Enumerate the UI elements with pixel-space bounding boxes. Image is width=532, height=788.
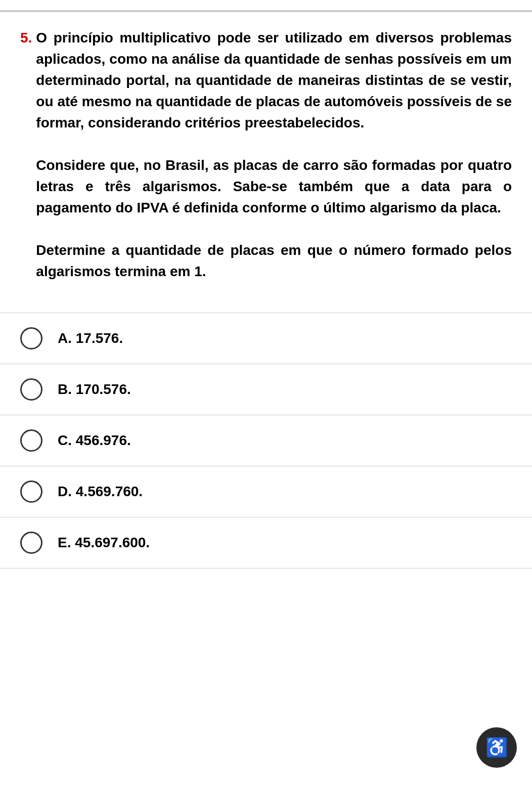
radio-b[interactable] xyxy=(20,378,42,401)
option-e[interactable]: E. 45.697.600. xyxy=(0,517,532,568)
option-b-label: B. 170.576. xyxy=(58,381,131,398)
question-number: 5. xyxy=(20,27,32,49)
option-d-label: D. 4.569.760. xyxy=(58,484,143,500)
option-a-label: A. 17.576. xyxy=(58,330,123,346)
radio-c[interactable] xyxy=(20,429,42,452)
radio-d[interactable] xyxy=(20,480,42,503)
question-text: O princípio multiplicativo pode ser util… xyxy=(36,27,512,282)
radio-e[interactable] xyxy=(20,532,42,554)
option-c[interactable]: C. 456.976. xyxy=(0,415,532,466)
question-block: 5. O princípio multiplicativo pode ser u… xyxy=(0,12,532,292)
page-container: 5. O princípio multiplicativo pode ser u… xyxy=(0,0,532,788)
option-e-label: E. 45.697.600. xyxy=(58,535,150,551)
option-c-label: C. 456.976. xyxy=(58,432,131,449)
option-b[interactable]: B. 170.576. xyxy=(0,364,532,415)
question-header: 5. O princípio multiplicativo pode ser u… xyxy=(20,27,512,282)
options-container: A. 17.576. B. 170.576. C. 456.976. D. 4.… xyxy=(0,313,532,568)
accessibility-icon: ♿ xyxy=(485,737,508,758)
option-d[interactable]: D. 4.569.760. xyxy=(0,466,532,517)
radio-a[interactable] xyxy=(20,327,42,349)
accessibility-button[interactable]: ♿ xyxy=(476,727,517,768)
option-a[interactable]: A. 17.576. xyxy=(0,313,532,364)
